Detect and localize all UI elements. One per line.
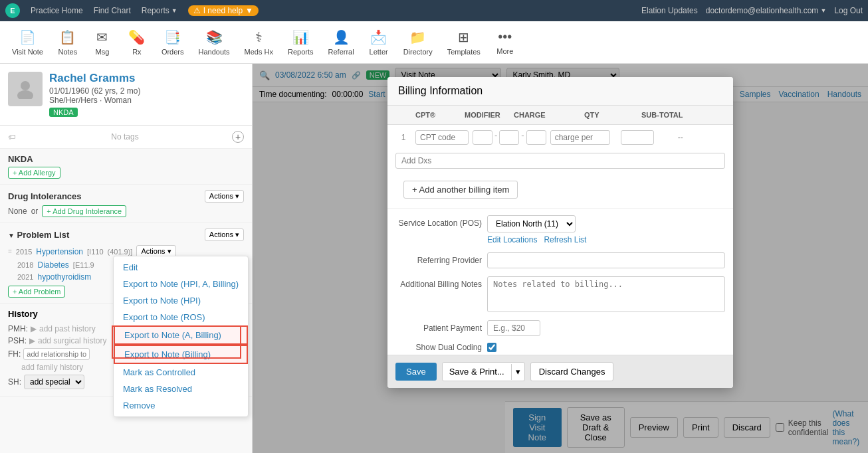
add-tag-button[interactable]: + (232, 131, 244, 143)
toolbar-templates[interactable]: ⊞ Templates (441, 27, 487, 58)
modifier-3[interactable] (526, 130, 546, 145)
top-navigation: E Practice Home Find Chart Reports ▼ ⚠ I… (0, 0, 868, 21)
dual-coding-checkbox[interactable] (487, 343, 496, 352)
patient-payment-row: Patient Payment (387, 316, 733, 340)
problem-link-hypertension[interactable]: Hypertension (36, 247, 83, 256)
problem-link-diabetes[interactable]: Diabetes (37, 260, 68, 270)
qty-input[interactable] (621, 130, 654, 145)
fh-history-input[interactable]: add family history (21, 363, 83, 372)
add-drug-button[interactable]: + Add Drug Intolerance (42, 205, 126, 217)
billing-divider-1 (387, 208, 733, 209)
no-tags-label: No tags (111, 132, 138, 141)
referring-provider-input[interactable] (487, 252, 725, 268)
collapse-icon: ▼ (8, 232, 15, 239)
context-mark-controlled[interactable]: Mark as Controlled (114, 364, 248, 381)
context-remove[interactable]: Remove (114, 397, 248, 414)
save-print-button[interactable]: Save & Print... (443, 363, 511, 381)
elation-updates[interactable]: Elation Updates (641, 6, 698, 15)
toolbar-orders[interactable]: 📑 Orders (155, 27, 191, 58)
context-mark-resolved[interactable]: Mark as Resolved (114, 381, 248, 397)
svg-point-0 (21, 81, 30, 90)
modifier-2[interactable] (499, 130, 519, 145)
add-problem-button[interactable]: + Add Problem (8, 286, 65, 298)
nav-find-chart[interactable]: Find Chart (94, 6, 131, 15)
context-export-a-billing[interactable]: Export to Note (A, Billing) (114, 325, 248, 345)
context-menu: Edit Export to Note (HPI, A, Billing) Ex… (113, 256, 249, 417)
edit-locations-link[interactable]: Edit Locations (487, 235, 537, 244)
billing-qty-cell (621, 130, 674, 145)
billing-discard-button[interactable]: Discard Changes (530, 362, 614, 381)
nav-practice-home[interactable]: Practice Home (31, 6, 83, 15)
fh-relationship-input[interactable] (23, 348, 90, 360)
toolbar-letter[interactable]: 📩 Letter (362, 27, 395, 58)
svg-point-1 (17, 90, 33, 99)
save-print-dropdown[interactable]: ▾ (512, 363, 524, 381)
context-export-billing[interactable]: Export to Note (Billing) (114, 345, 248, 364)
pmh-input[interactable]: add past history (39, 324, 96, 333)
charge-input[interactable] (550, 130, 610, 145)
psh-input[interactable]: add surgical history (38, 336, 106, 345)
patient-payment-label: Patient Payment (395, 320, 482, 333)
drug-actions-button[interactable]: Actions ▾ (205, 190, 244, 203)
sh-select[interactable]: add special (24, 375, 84, 389)
modifier-1[interactable] (473, 130, 492, 145)
app-logo: E (5, 3, 20, 18)
rx-icon: 💊 (128, 29, 145, 45)
billing-modal: Billing Information CPT® MODIFIER CHARGE… (387, 77, 733, 388)
nav-reports-dropdown[interactable]: Reports ▼ (142, 6, 177, 15)
patient-payment-input[interactable] (487, 320, 540, 336)
add-billing-item-button[interactable]: + Add another billing item (403, 181, 518, 199)
toolbar-meds-hx[interactable]: ⚕ Meds Hx (238, 27, 280, 58)
drug-intolerance-section: Drug Intolerances Actions ▾ None or + Ad… (0, 185, 252, 223)
billing-col-modifier: MODIFIER (465, 111, 510, 119)
problem-link-hypothyroid[interactable]: hypothyroidism (37, 272, 91, 282)
user-menu[interactable]: doctordemo@elationhealth.com ▼ (706, 6, 827, 15)
problem-actions-button[interactable]: Actions ▾ (205, 228, 244, 241)
context-edit[interactable]: Edit (114, 259, 248, 276)
toolbar-reports[interactable]: 📊 Reports (281, 27, 320, 58)
context-export-hpi[interactable]: Export to Note (HPI) (114, 292, 248, 309)
service-location-label: Service Location (POS) (395, 215, 482, 228)
billing-row-num-1: 1 (395, 133, 411, 142)
patient-header: Rachel Gramms 01/01/1960 (62 yrs, 2 mo) … (0, 64, 252, 126)
toolbar-directory[interactable]: 📁 Directory (397, 27, 439, 58)
toolbar-notes[interactable]: 📋 Notes (51, 27, 84, 58)
fh-label: FH: (8, 349, 21, 359)
dual-coding-row: Show Dual Coding (387, 340, 733, 355)
drug-intolerance-title: Drug Intolerances (8, 191, 82, 201)
context-export-hpi-a-billing[interactable]: Export to Note (HPI, A, Billing) (114, 276, 248, 292)
billing-save-button[interactable]: Save (395, 363, 437, 381)
referring-provider-label: Referring Provider (395, 252, 482, 265)
pmh-arrow: ▶ (31, 324, 37, 333)
patient-gender: She/Her/Hers · Woman (49, 96, 244, 105)
billing-col-charge: CHARGE (514, 111, 580, 119)
toolbar-more[interactable]: ••• More (488, 27, 522, 58)
toolbar-msg[interactable]: ✉ Msg (86, 27, 119, 58)
patient-info: Rachel Gramms 01/01/1960 (62 yrs, 2 mo) … (49, 72, 244, 117)
toolbar-rx[interactable]: 💊 Rx (120, 27, 154, 58)
meds-hx-icon: ⚕ (255, 29, 263, 45)
refresh-list-link[interactable]: Refresh List (544, 235, 586, 244)
add-dx-row (387, 150, 733, 174)
patient-name[interactable]: Rachel Gramms (49, 72, 244, 85)
toolbar-handouts[interactable]: 📚 Handouts (192, 27, 237, 58)
toolbar-visit-note[interactable]: 📄 Visit Note (5, 27, 50, 58)
problem-year-2: 2018 (17, 261, 33, 269)
problem-code-2: [E11.9 (73, 261, 94, 269)
context-export-ros[interactable]: Export to Note (ROS) (114, 309, 248, 325)
logout-link[interactable]: Log Out (834, 6, 863, 15)
billing-notes-textarea[interactable] (487, 276, 725, 312)
billing-table-header: CPT® MODIFIER CHARGE QTY SUB-TOTAL (387, 106, 733, 125)
problem-year-3: 2021 (17, 273, 33, 281)
add-billing-item-row: + Add another billing item (387, 174, 733, 205)
add-allergy-button[interactable]: + Add Allergy (8, 167, 60, 179)
service-location-select[interactable]: Elation North (11) (487, 215, 576, 232)
content-area: 🔍 03/08/2022 6:50 am 🔗 NEW Visit Note Ka… (253, 64, 868, 453)
modifier-sep-2: - (521, 130, 524, 145)
billing-subtotal-1: -- (678, 133, 733, 142)
cpt-code-input[interactable] (415, 130, 469, 145)
toolbar-referral[interactable]: 👤 Referral (322, 27, 361, 58)
help-button[interactable]: ⚠ I need help ▼ (188, 5, 259, 16)
add-dx-input[interactable] (395, 153, 725, 169)
billing-footer: Save Save & Print... ▾ Discard Changes (387, 355, 733, 388)
